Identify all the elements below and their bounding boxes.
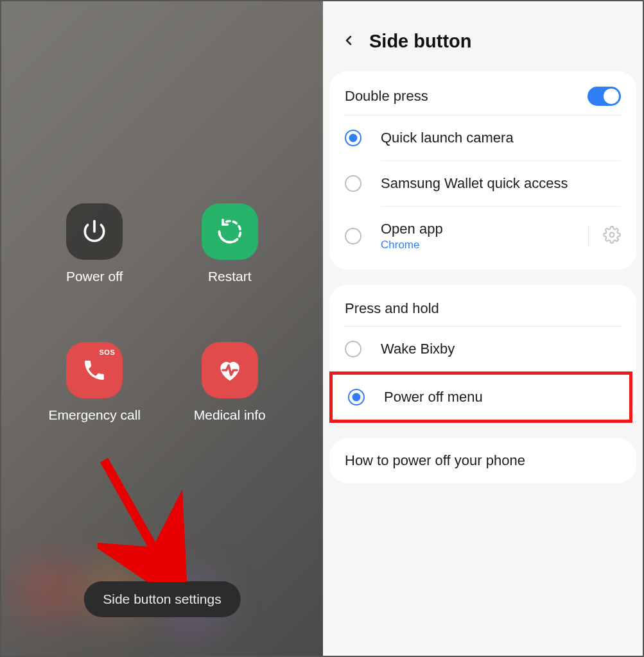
highlight-annotation: Power off menu: [329, 371, 632, 423]
power-off-option[interactable]: Power off: [66, 203, 123, 284]
restart-option[interactable]: Restart: [202, 203, 258, 284]
phone-sos-icon: SOS: [66, 342, 123, 398]
quick-launch-camera-option[interactable]: Quick launch camera: [329, 115, 636, 160]
heart-pulse-icon: [202, 342, 258, 398]
press-hold-label: Press and hold: [345, 300, 439, 317]
open-app-settings-button[interactable]: [588, 226, 621, 246]
radio-unselected-icon: [345, 341, 361, 357]
settings-panel: Side button Double press Quick launch ca…: [323, 1, 643, 656]
double-press-toggle[interactable]: [587, 87, 621, 106]
option-sublabel: Chrome: [381, 239, 569, 252]
press-hold-header: Press and hold: [329, 289, 636, 326]
how-to-label: How to power off your phone: [345, 452, 525, 468]
back-icon: [341, 33, 356, 48]
restart-label: Restart: [208, 269, 252, 284]
how-to-power-off-link[interactable]: How to power off your phone: [329, 438, 636, 483]
medical-info-label: Medical info: [194, 407, 266, 423]
emergency-call-option[interactable]: SOS Emergency call: [48, 342, 141, 423]
power-off-menu-option[interactable]: Power off menu: [333, 375, 629, 420]
annotation-arrow: [98, 454, 187, 582]
samsung-wallet-option[interactable]: Samsung Wallet quick access: [329, 161, 636, 206]
power-off-label: Power off: [66, 269, 123, 284]
side-button-settings-label: Side button settings: [103, 592, 221, 606]
option-label: Samsung Wallet quick access: [381, 175, 621, 192]
radio-selected-icon: [348, 389, 365, 405]
restart-icon: [202, 203, 258, 260]
radio-selected-icon: [345, 130, 361, 146]
option-label: Quick launch camera: [381, 130, 621, 146]
sos-badge: SOS: [100, 348, 116, 356]
press-hold-section: Press and hold Wake Bixby Power off menu: [329, 285, 636, 423]
option-label: Power off menu: [384, 389, 614, 405]
medical-info-option[interactable]: Medical info: [194, 342, 266, 423]
side-button-settings-button[interactable]: Side button settings: [83, 581, 240, 617]
settings-header: Side button: [323, 1, 643, 71]
power-menu-panel: Power off Restart SOS Emergency call Med…: [1, 1, 323, 656]
option-label: Open app: [381, 221, 569, 237]
open-app-option[interactable]: Open app Chrome: [329, 207, 636, 266]
page-title: Side button: [369, 31, 471, 52]
double-press-section: Double press Quick launch camera Samsung…: [329, 71, 636, 269]
svg-line-0: [104, 460, 162, 563]
double-press-label: Double press: [345, 88, 428, 105]
wake-bixby-option[interactable]: Wake Bixby: [329, 327, 636, 371]
power-icon: [66, 203, 123, 260]
radio-unselected-icon: [345, 175, 361, 192]
power-options-grid: Power off Restart SOS Emergency call Med…: [1, 203, 323, 423]
gear-icon: [603, 226, 621, 244]
svg-point-1: [610, 233, 614, 237]
back-button[interactable]: [341, 33, 356, 51]
double-press-header: Double press: [329, 75, 636, 115]
option-label: Wake Bixby: [381, 341, 621, 357]
radio-unselected-icon: [345, 228, 361, 244]
emergency-call-label: Emergency call: [48, 407, 141, 423]
